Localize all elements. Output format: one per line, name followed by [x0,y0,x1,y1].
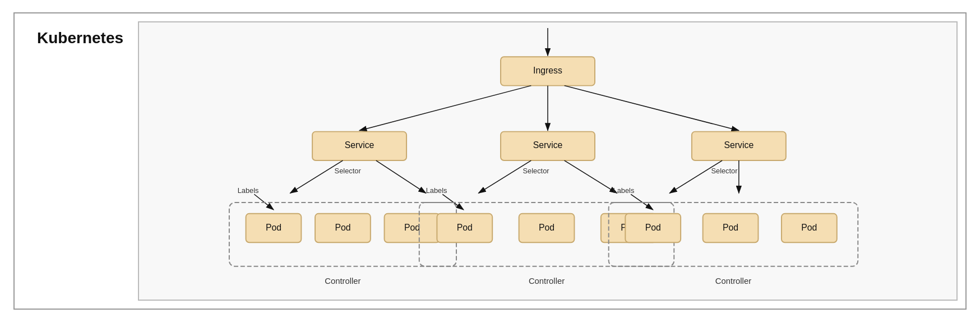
service3-selector-left-arrow [669,160,722,193]
pod1-1-label: Pod [266,223,281,232]
service1-selector-left-arrow [290,160,343,193]
ingress-label: Ingress [533,66,562,75]
pod2-2-label: Pod [539,223,554,232]
service2-selector-label: Selector [523,167,550,175]
ingress-to-service1-arrow [359,86,531,131]
service1-labels-label: Labels [238,186,259,195]
pod3-2-label: Pod [723,223,738,232]
kubernetes-label: Kubernetes [37,29,123,47]
service2-selector-left-arrow [479,160,531,193]
service1-selector-label: Selector [335,167,362,175]
service2-label: Service [533,140,563,150]
pod2-1-label: Pod [457,223,473,232]
service1-label: Service [345,140,375,150]
diagram-container: Kubernetes Ingress Service [13,12,967,310]
pod1-3-label: Pod [404,223,420,232]
service3-selector-label: Selector [711,167,738,175]
pod1-2-label: Pod [335,223,350,232]
controller3-label: Controller [715,277,751,286]
service1-selector-right-arrow [376,160,426,193]
service3-labels-label: Labels [613,186,635,195]
pod3-3-label: Pod [801,223,817,232]
ingress-to-service3-arrow [565,86,739,131]
service2-selector-right-arrow [565,160,617,193]
service3-label: Service [724,140,754,150]
architecture-svg: Ingress Service Selector Labels [139,22,956,300]
inner-diagram-box: Ingress Service Selector Labels [138,21,958,301]
pod3-1-label: Pod [645,223,661,232]
service2-labels-label: Labels [426,186,447,195]
controller1-label: Controller [325,277,360,286]
controller2-label: Controller [529,277,565,286]
